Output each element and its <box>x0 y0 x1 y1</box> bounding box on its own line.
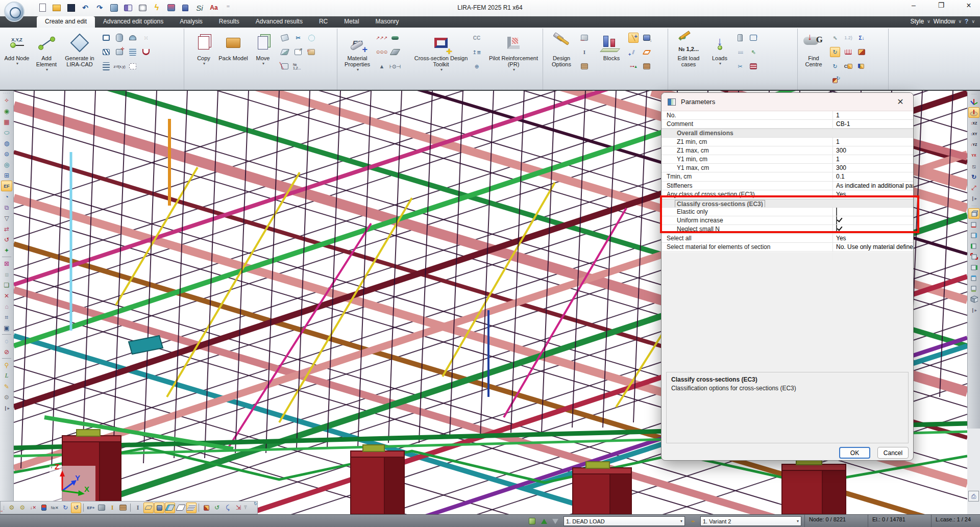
generate-in-lira-cad-button[interactable]: Generate in LIRA-CAD <box>61 31 98 80</box>
menu-style[interactable]: Style <box>911 18 924 25</box>
distributed-load-icon[interactable]: ↓↓↓↓ <box>735 47 745 57</box>
storey-frame-icon[interactable] <box>101 61 111 71</box>
add-node-button[interactable]: X,Y,Z Add Node <box>2 31 32 80</box>
concrete-cube-icon[interactable]: ᵚᵚ <box>579 33 590 43</box>
param-row-no[interactable]: No.1 <box>662 111 913 120</box>
select-element-icon[interactable]: ⬭ <box>1 127 12 138</box>
fragment-nodes-icon[interactable]: ⁙ <box>141 33 151 43</box>
edit-load-cases-button[interactable]: ↩№ 1,2... Edit load cases <box>672 31 705 80</box>
prev-loadcase-icon[interactable] <box>539 516 549 526</box>
param-row-stiffeners[interactable]: StiffenersAs indicated in additional par… <box>662 182 913 190</box>
block-stack-icon[interactable]: ↓ <box>642 33 652 43</box>
add-block-icon[interactable]: ╲+ <box>628 33 639 43</box>
palette-icon[interactable]: ⊢ <box>306 47 316 57</box>
loads-button[interactable]: ↓ Loads <box>707 31 732 80</box>
numbering-icon[interactable]: 1.2) <box>843 33 853 43</box>
mirror-y-icon[interactable]: ⧈ <box>1 269 12 280</box>
move-loads-icon[interactable]: ⇖ <box>748 47 758 57</box>
dimension-line-icon[interactable]: L <box>1 370 12 381</box>
select-target-icon[interactable]: ◎ <box>1 159 12 170</box>
material-cube-icon[interactable]: ᵚ <box>96 503 107 513</box>
plate-mesh-icon[interactable] <box>128 47 138 57</box>
erase-icon[interactable]: ╲ <box>280 61 290 71</box>
select-frame-nodes-icon[interactable]: ▦ <box>1 116 12 127</box>
param-row-z1min[interactable]: Z1 min, cm1 <box>662 138 913 146</box>
tab-metal[interactable]: Metal <box>336 16 367 28</box>
flip-selection-icon[interactable]: ⇄ <box>1 223 12 234</box>
tab-results[interactable]: Results <box>211 16 248 28</box>
view-xy-icon[interactable]: ↕XY <box>968 129 979 139</box>
cross-section-toolkit-button[interactable]: + Cross-section Design Toolkit <box>412 31 470 80</box>
wall-small-icon[interactable] <box>118 503 128 513</box>
copy-properties-icon[interactable]: ⇗ <box>293 47 303 57</box>
brush-icon[interactable]: ✦ <box>1 245 12 256</box>
view-yz-icon[interactable]: ↕YZ <box>968 139 979 150</box>
sum-loads-icon[interactable]: Σ↓ <box>856 33 867 43</box>
help-icon[interactable]: ? <box>965 18 968 25</box>
renumber2-icon[interactable]: №✕ <box>50 503 60 513</box>
stiffness-ef-icon[interactable]: EF <box>1 181 12 191</box>
settings-gear-icon[interactable]: ⚙ <box>7 503 17 513</box>
cube-left-icon[interactable] <box>968 240 979 251</box>
plate-blue-icon[interactable] <box>165 503 175 513</box>
ibeam-gray-icon[interactable]: I <box>133 503 143 513</box>
mosaic-down-icon[interactable] <box>856 47 867 57</box>
steel-ibeam-icon[interactable]: I <box>579 47 590 57</box>
spring-icon[interactable]: ↥≣ <box>472 47 482 57</box>
dialog-close-icon[interactable]: ✕ <box>895 97 906 107</box>
tab-analysis[interactable]: Analysis <box>172 16 211 28</box>
compass-icon[interactable]: ◔ <box>1 191 12 202</box>
boxes-red-icon[interactable]: ⇲ <box>233 503 243 513</box>
minimize-button[interactable]: – <box>906 1 921 10</box>
material-properties-button[interactable]: EF+ Material Properties <box>340 31 375 80</box>
pack-model-button[interactable]: Pack Model <box>218 31 248 80</box>
c-mosaic-icon[interactable]: C <box>843 61 853 71</box>
block-members-icon[interactable]: ⫽+ <box>628 47 639 57</box>
cube-select-icon[interactable] <box>968 251 979 262</box>
masonry-wall-icon[interactable] <box>579 61 590 71</box>
select-zoom-icon[interactable] <box>306 33 316 43</box>
param-row-select-all[interactable]: Select allYes <box>662 234 913 243</box>
cube-view-icon[interactable] <box>968 208 979 219</box>
tab-advanced-edit-options[interactable]: Advanced edit options <box>95 16 172 28</box>
zoom-reset-icon[interactable]: ⊘ <box>1 346 12 357</box>
parallelogram-icon[interactable] <box>176 503 186 513</box>
fragment-icon[interactable]: ❏ <box>1 280 12 290</box>
mesh-plate-icon[interactable] <box>186 503 197 513</box>
soil-anchor-icon[interactable]: ⊕ <box>472 61 482 71</box>
solid-view-icon[interactable]: ▣ <box>1 322 12 333</box>
ok-button[interactable]: OK <box>839 447 870 459</box>
menu-window[interactable]: Window <box>934 18 955 25</box>
select-vertical-icon[interactable]: ◍ <box>1 138 12 148</box>
param-row-comment[interactable]: CommentCB-1 <box>662 120 913 129</box>
tab-rc[interactable]: RC <box>311 16 336 28</box>
arch-icon[interactable] <box>141 47 151 57</box>
hinge-icon[interactable]: ⊦⊙⊣ <box>390 61 400 71</box>
collapse-toolbar-icon[interactable]: ❙▸ <box>1 403 12 413</box>
param-row-select-material[interactable]: Select material for elements of sectionN… <box>662 243 913 252</box>
pilot-reinforcement-button[interactable]: Pilot Reinforcement (PR) <box>486 31 541 80</box>
view-yx-icon[interactable]: YX <box>968 150 979 161</box>
unfragment-icon[interactable]: ✕ <box>1 290 12 301</box>
free-rotate-icon[interactable]: ⤢ <box>968 182 979 193</box>
axes-rotate-icon[interactable]: ⤹ <box>223 503 233 513</box>
move-button[interactable]: Move <box>248 31 278 80</box>
tab-create-and-edit[interactable]: Create and edit <box>37 16 95 28</box>
rod-system-icon[interactable]: ↗↗↗ <box>377 33 387 43</box>
cylinder-icon[interactable] <box>114 33 125 43</box>
dome-icon[interactable] <box>128 33 138 43</box>
param-row-y1min[interactable]: Y1 min, cm1 <box>662 155 913 164</box>
cycle-active-icon[interactable]: ↺ <box>71 503 81 513</box>
move-cube-icon[interactable]: ✛ <box>114 47 125 57</box>
rotate-green-icon[interactable]: ↺ <box>212 503 222 513</box>
cc-combine-icon[interactable]: CC <box>472 33 482 43</box>
truss-support-icon[interactable]: ▲ <box>377 61 387 71</box>
copy-loads-icon[interactable]: ↓ <box>748 33 758 43</box>
collapse-group-icon[interactable]: ❙▸ <box>968 193 979 204</box>
clear-numbering-icon[interactable]: ↓✕ <box>28 503 38 513</box>
cube-top-icon[interactable] <box>968 272 979 283</box>
layers-3d-icon[interactable]: ⧉ <box>1 202 12 213</box>
block-nodes-icon[interactable]: ⊶▴ <box>628 61 639 71</box>
find-centre-button[interactable]: ↓G Find Centre <box>799 31 828 80</box>
rigid-body-icon[interactable] <box>390 33 400 43</box>
